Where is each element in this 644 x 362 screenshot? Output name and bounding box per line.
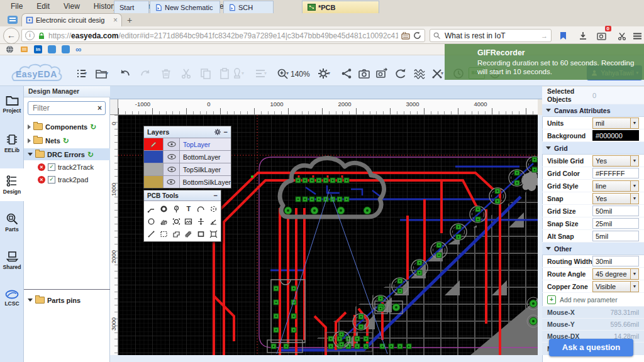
layer-row-bottom[interactable]: BottomLayer (144, 151, 231, 163)
solid-region-tool-icon[interactable] (195, 228, 208, 240)
layers-minimize-icon[interactable]: − (224, 128, 228, 136)
drag-hand-tool-icon[interactable] (158, 215, 170, 228)
browser-tab[interactable]: Electronic circuit desig × (21, 13, 122, 26)
layer-color-swatch[interactable] (144, 163, 164, 175)
tree-item-track2track[interactable]: ×✓ track2Track (24, 161, 110, 173)
track-tool-icon[interactable] (145, 202, 158, 215)
layer-row-topsilk[interactable]: TopSilkLayer (144, 163, 231, 176)
layer-color-swatch[interactable] (144, 151, 164, 163)
via-tool-icon[interactable] (170, 202, 182, 215)
gif-capture-icon[interactable]: 0 (595, 29, 609, 43)
text-tool-icon[interactable]: T (182, 202, 195, 215)
bookmark-blue-icon-2[interactable] (62, 45, 70, 53)
back-button[interactable]: ← (3, 28, 19, 44)
image-tool-icon[interactable] (182, 215, 195, 228)
pad-tool-icon[interactable] (158, 202, 170, 215)
refresh-icon[interactable]: ↻ (90, 124, 96, 130)
sidebar-item-parts[interactable]: Parts (0, 207, 24, 238)
alt-snap-input[interactable]: 5mil (592, 231, 639, 241)
dimension-tool-icon[interactable] (195, 215, 208, 228)
layer-label[interactable]: BottomSilkLayer (180, 176, 231, 188)
sidebar-item-eelib[interactable]: EELib (0, 128, 24, 158)
doc-tab-new-schematic[interactable]: New Schematic (150, 1, 220, 13)
hole-tool-icon[interactable] (170, 215, 182, 228)
tools-caret[interactable]: ▾ (441, 70, 443, 76)
theme-caret[interactable]: ▾ (242, 70, 244, 76)
copper-area-tool-icon[interactable] (170, 228, 182, 240)
tree-item-parts-pins[interactable]: Parts pins (24, 294, 110, 306)
scissors-icon[interactable] (615, 29, 629, 43)
search-box[interactable]: → (430, 29, 552, 42)
expander-open-icon[interactable] (28, 299, 33, 302)
add-new-parameter[interactable]: + Add new parameter (542, 293, 644, 307)
undo-icon[interactable] (118, 67, 132, 80)
bookmark-site-icon[interactable] (19, 45, 28, 54)
eye-icon[interactable] (164, 163, 180, 175)
infinity-bookmark-icon[interactable]: ∞ (75, 45, 81, 54)
menu-edit[interactable]: Edit (30, 2, 57, 11)
paste-icon[interactable] (218, 67, 231, 80)
copy-icon[interactable] (199, 67, 213, 80)
section-other[interactable]: Other (542, 243, 644, 255)
layers-settings-gear-icon[interactable] (214, 128, 221, 136)
menu-view[interactable]: View (57, 2, 87, 11)
sidebar-item-project[interactable]: Project (0, 89, 24, 119)
layer-color-swatch[interactable] (144, 138, 164, 150)
menu-file[interactable]: File (4, 2, 30, 11)
doc-tab-pcb[interactable]: *PCB (302, 1, 379, 13)
circle-tool-icon[interactable] (145, 215, 158, 228)
export-gif-icon[interactable] (375, 67, 389, 80)
layer-row-top[interactable]: TopLayer (144, 138, 231, 151)
site-info-icon[interactable]: i (25, 31, 35, 40)
arc-center-tool-icon[interactable] (207, 202, 219, 215)
routing-width-input[interactable]: 30mil (592, 256, 639, 266)
zoom-caret[interactable]: ▾ (286, 70, 289, 76)
bookmark-icon[interactable] (556, 29, 570, 43)
ask-question-button[interactable]: Ask a question (549, 339, 633, 356)
folder-caret[interactable]: ▾ (106, 70, 108, 76)
cut-icon[interactable] (179, 67, 193, 80)
expander-icon[interactable] (28, 138, 31, 143)
eye-icon[interactable] (164, 138, 180, 150)
protractor-tool-icon[interactable] (207, 215, 219, 228)
new-tab-button[interactable]: + (127, 15, 132, 25)
grid-color-value[interactable]: #FFFFFF (592, 168, 639, 178)
filter-clear-icon[interactable]: × (97, 104, 102, 112)
vertical-scrollbar[interactable] (538, 115, 542, 355)
redo-icon[interactable] (138, 67, 152, 80)
settings-caret[interactable]: ▾ (328, 70, 330, 76)
footprint-tool-icon[interactable] (207, 228, 219, 240)
tree-item-drc-errors[interactable]: DRC Errors↻ (24, 148, 110, 160)
layer-row-bottomsilk[interactable]: BottomSilkLayer (144, 176, 231, 188)
search-input[interactable] (443, 31, 538, 41)
tab-close-icon[interactable]: × (113, 16, 118, 25)
arc-tool-icon[interactable] (195, 202, 208, 215)
zoom-level[interactable]: 140% (291, 70, 310, 79)
chat-icon[interactable] (8, 16, 18, 24)
refresh-canvas-icon[interactable] (394, 67, 408, 80)
linkedin-icon[interactable]: in (34, 45, 42, 53)
share-icon[interactable] (340, 67, 353, 80)
page-action-icon[interactable] (401, 32, 410, 40)
layer-label[interactable]: TopLayer (180, 138, 231, 150)
refresh-icon[interactable]: ↻ (63, 138, 69, 144)
units-select[interactable]: mil▼ (592, 118, 639, 129)
visible-grid-select[interactable]: Yes▼ (592, 155, 639, 167)
search-go-icon[interactable]: → (541, 32, 548, 40)
reload-icon[interactable] (413, 31, 421, 40)
sidebar-item-lcsc[interactable]: LCSC (0, 283, 24, 313)
refresh-icon[interactable]: ↻ (87, 151, 94, 158)
copper-zone-select[interactable]: Visible▼ (592, 281, 639, 292)
waves-icon[interactable] (413, 67, 426, 80)
snap-size-input[interactable]: 25mil (592, 218, 639, 229)
route-angle-select[interactable]: 45 degree▼ (592, 268, 639, 280)
checkbox-checked[interactable]: ✓ (48, 163, 55, 171)
expander-icon[interactable] (28, 124, 31, 129)
eye-icon[interactable] (164, 151, 180, 163)
tree-item-nets[interactable]: Nets↻ (24, 134, 110, 146)
layer-label[interactable]: BottomLayer (180, 151, 231, 163)
tree-item-track2pad[interactable]: ×✓ track2pad (24, 173, 110, 185)
bookmark-blue-icon-1[interactable] (48, 45, 56, 53)
horizontal-scrollbar[interactable] (110, 355, 542, 362)
grid-size-input[interactable]: 50mil (592, 206, 639, 216)
